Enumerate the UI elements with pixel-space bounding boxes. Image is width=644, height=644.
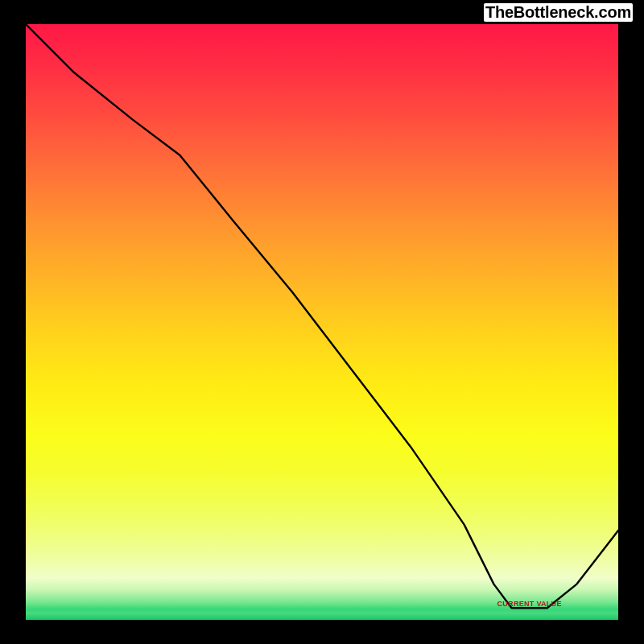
attribution-label: TheBottleneck.com [484, 3, 633, 22]
chart-stage: TheBottleneck.com CURRENT VALUE [0, 0, 644, 644]
plot-area [26, 24, 618, 620]
current-value-marker: CURRENT VALUE [497, 600, 561, 608]
